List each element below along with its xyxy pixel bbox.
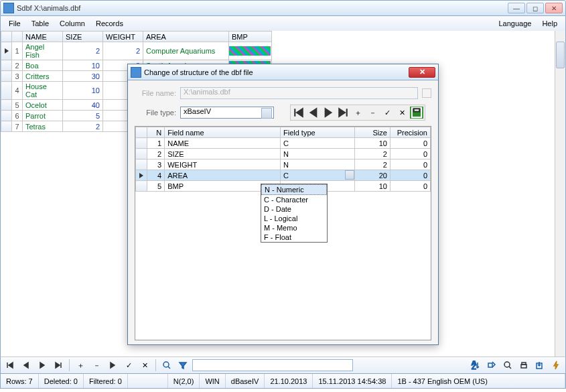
filename-field: X:\animals.dbf bbox=[180, 87, 418, 99]
filter-input[interactable] bbox=[192, 359, 353, 371]
status-date2: 15.11.2013 14:54:38 bbox=[313, 374, 392, 388]
svg-text:Z: Z bbox=[472, 363, 476, 370]
nav-toolbar: ＋ － ✓ ✕ AZ bbox=[0, 356, 566, 374]
zoom-icon[interactable] bbox=[501, 358, 514, 372]
dialog-icon bbox=[131, 67, 141, 78]
vertical-scrollbar[interactable] bbox=[555, 31, 565, 356]
status-coltype: N(2,0) bbox=[168, 374, 200, 388]
field-row[interactable]: 2SIZEN20 bbox=[136, 149, 431, 159]
nav-remove-button[interactable]: － bbox=[90, 358, 103, 372]
dd-option-character[interactable]: C - Character bbox=[261, 195, 327, 204]
menu-language[interactable]: Language bbox=[493, 18, 537, 29]
filename-label: File name: bbox=[135, 89, 176, 97]
close-button[interactable]: ✕ bbox=[545, 3, 563, 13]
save-button[interactable] bbox=[410, 107, 423, 119]
status-deleted: Deleted: 0 bbox=[39, 374, 84, 388]
field-type-dropdown-button[interactable] bbox=[345, 170, 354, 180]
row-indicator-icon bbox=[139, 173, 143, 178]
menu-records[interactable]: Records bbox=[90, 18, 129, 29]
menu-column[interactable]: Column bbox=[54, 18, 90, 29]
nav-first-button[interactable] bbox=[3, 358, 17, 372]
sort-az-icon[interactable]: AZ bbox=[469, 358, 482, 372]
filetype-label: File type: bbox=[135, 109, 176, 117]
field-type-dropdown[interactable]: N - Numeric C - Character D - Date L - L… bbox=[261, 184, 328, 243]
bmp-thumbnail bbox=[229, 46, 271, 56]
window-titlebar: Sdbf X:\animals.dbf — ◻ ✕ bbox=[0, 0, 566, 16]
dd-option-float[interactable]: F - Float bbox=[261, 233, 327, 242]
status-rows: Rows: 7 bbox=[1, 374, 39, 388]
menu-file[interactable]: File bbox=[3, 18, 26, 29]
menu-help[interactable]: Help bbox=[537, 18, 563, 29]
window-title: Sdbf X:\animals.dbf bbox=[17, 4, 508, 12]
cancel-button[interactable]: ✕ bbox=[395, 107, 409, 119]
app-icon bbox=[3, 3, 14, 13]
menu-table[interactable]: Table bbox=[26, 18, 54, 29]
col-weight[interactable]: WEIGHT bbox=[103, 31, 143, 42]
col-name[interactable]: NAME bbox=[23, 31, 63, 42]
add-button[interactable]: ＋ bbox=[351, 107, 364, 119]
minimize-button[interactable]: — bbox=[508, 3, 525, 13]
nav-last-button[interactable] bbox=[52, 358, 65, 372]
filetype-select[interactable]: xBaseIV bbox=[180, 107, 274, 119]
row-indicator-icon bbox=[5, 48, 9, 54]
table-row[interactable]: 1Angel Fish22Computer Aquariums bbox=[1, 42, 272, 60]
nav-add-button[interactable]: ＋ bbox=[74, 358, 87, 372]
dialog-title: Change of structure of the dbf file bbox=[144, 68, 409, 76]
statusbar: Rows: 7 Deleted: 0 Filtered: 0 N(2,0) WI… bbox=[0, 374, 566, 389]
dialog-titlebar: Change of structure of the dbf file ✕ bbox=[128, 64, 438, 80]
scrollbar-thumb[interactable] bbox=[556, 42, 565, 68]
first-button[interactable] bbox=[292, 107, 305, 119]
menubar: File Table Column Records Language Help bbox=[0, 16, 566, 31]
dd-option-numeric[interactable]: N - Numeric bbox=[261, 184, 327, 195]
status-filtered: Filtered: 0 bbox=[84, 374, 128, 388]
next-button[interactable] bbox=[322, 107, 335, 119]
status-date1: 21.10.2013 bbox=[265, 374, 313, 388]
apply-button[interactable]: ✓ bbox=[380, 107, 394, 119]
print-icon[interactable] bbox=[517, 358, 530, 372]
remove-button[interactable]: － bbox=[366, 107, 379, 119]
status-platform: WIN bbox=[200, 374, 225, 388]
export-icon[interactable] bbox=[533, 358, 547, 372]
goto-icon[interactable] bbox=[485, 358, 498, 372]
col-bmp[interactable]: BMP bbox=[229, 31, 272, 42]
filter-icon[interactable] bbox=[176, 358, 190, 372]
field-row-selected[interactable]: 4AREAC200 bbox=[136, 170, 431, 181]
svg-rect-1 bbox=[414, 109, 420, 111]
svg-point-6 bbox=[504, 362, 510, 367]
dd-option-date[interactable]: D - Date bbox=[261, 204, 327, 214]
col-area[interactable]: AREA bbox=[143, 31, 229, 42]
svg-point-2 bbox=[163, 362, 169, 367]
dialog-close-button[interactable]: ✕ bbox=[409, 67, 435, 78]
find-icon[interactable] bbox=[160, 358, 173, 372]
field-row[interactable]: 3WEIGHTN20 bbox=[136, 159, 431, 170]
status-dbtype: dBaseIV bbox=[226, 374, 265, 388]
last-button[interactable] bbox=[336, 107, 350, 119]
nav-apply-button[interactable]: ✓ bbox=[122, 358, 135, 372]
svg-rect-8 bbox=[522, 363, 526, 365]
filename-browse-button[interactable] bbox=[422, 88, 431, 98]
dd-option-logical[interactable]: L - Logical bbox=[261, 214, 327, 223]
prev-button[interactable] bbox=[307, 107, 320, 119]
nav-prev-button[interactable] bbox=[19, 358, 33, 372]
nav-next-button[interactable] bbox=[36, 358, 49, 372]
col-size[interactable]: SIZE bbox=[63, 31, 103, 42]
maximize-button[interactable]: ◻ bbox=[526, 3, 544, 13]
field-row[interactable]: 1NAMEC100 bbox=[136, 138, 431, 149]
svg-rect-5 bbox=[488, 363, 492, 367]
dd-option-memo[interactable]: M - Memo bbox=[261, 223, 327, 233]
lightning-icon[interactable] bbox=[549, 358, 563, 372]
nav-edit-button[interactable] bbox=[106, 358, 119, 372]
dialog-toolbar: ＋ － ✓ ✕ bbox=[290, 105, 425, 121]
nav-cancel-button[interactable]: ✕ bbox=[138, 358, 151, 372]
status-codepage: 1B - 437 English OEM (US) bbox=[392, 374, 565, 388]
